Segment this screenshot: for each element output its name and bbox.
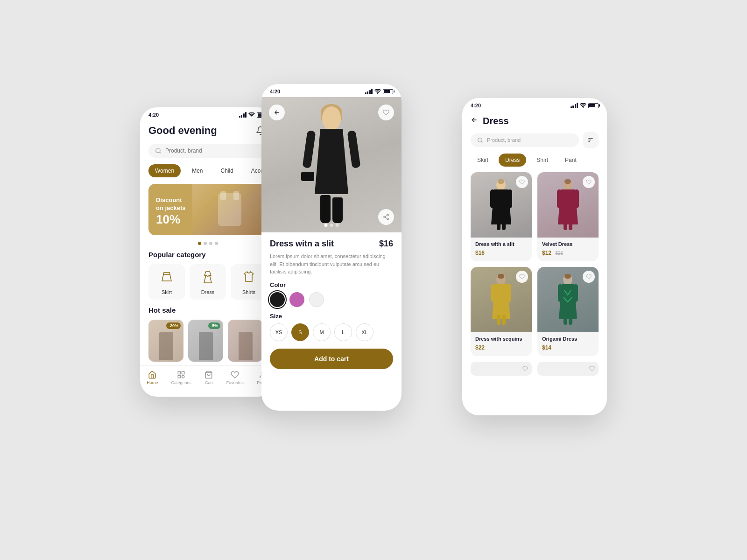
sub-tab-dress[interactable]: Dress: [499, 154, 526, 167]
phone-left: 4:20 Good evening: [140, 107, 275, 397]
status-time-right: 4:20: [471, 103, 481, 108]
product-card-3[interactable]: Dress with sequins $22: [471, 267, 532, 356]
nav-cart[interactable]: Cart: [204, 371, 213, 385]
heart-btn-1[interactable]: [516, 176, 528, 188]
right-header: Dress: [462, 111, 607, 132]
banner-percent: 10%: [156, 212, 186, 227]
product-header: Dress witn a slit $16: [270, 239, 393, 249]
size-xs[interactable]: XS: [270, 323, 288, 341]
favorites-icon: [231, 371, 239, 379]
model-arm-left: [303, 130, 316, 168]
cat-tab-men[interactable]: Men: [185, 164, 209, 177]
nav-favorites[interactable]: Favorites: [226, 371, 244, 385]
filter-button[interactable]: [583, 132, 599, 148]
cat-card-dress[interactable]: Dress: [190, 264, 226, 300]
cat-tab-women[interactable]: Women: [148, 164, 181, 177]
search-bar-right[interactable]: Product, brand: [471, 133, 579, 147]
heart-btn-3[interactable]: [516, 271, 528, 283]
product-details: Dress witn a slit $16 Lorem ipsum dolor …: [261, 232, 402, 376]
wifi-icon-left: [248, 112, 255, 117]
svg-rect-42: [564, 315, 567, 325]
back-button-right[interactable]: [471, 116, 478, 126]
share-button[interactable]: [378, 209, 394, 225]
product-card-info-3: Dress with sequins $22: [471, 332, 532, 356]
product-image-dots: [324, 224, 339, 227]
sub-tab-pant[interactable]: Pant: [558, 154, 583, 167]
product-card-1[interactable]: Dress with a slit $16: [471, 172, 532, 261]
size-l[interactable]: L: [334, 323, 352, 341]
svg-rect-30: [564, 220, 567, 230]
svg-point-0: [156, 148, 160, 153]
nav-favorites-label: Favorites: [226, 380, 244, 385]
svg-rect-36: [497, 315, 500, 325]
phone-right: 4:20 Dress Product, b: [462, 98, 607, 415]
cart-icon: [204, 371, 213, 379]
hot-item-3[interactable]: [228, 320, 263, 362]
svg-rect-27: [564, 179, 571, 184]
phone-center: 4:20: [261, 84, 402, 411]
svg-line-15: [385, 216, 387, 217]
size-xl[interactable]: XL: [356, 323, 374, 341]
add-to-cart-button[interactable]: Add to cart: [270, 349, 393, 369]
nav-home[interactable]: Home: [147, 371, 158, 385]
card-2-price: $12: [542, 250, 551, 256]
color-swatch-black[interactable]: [270, 292, 285, 307]
cat-card-skirt[interactable]: Skirt: [148, 264, 185, 300]
svg-point-13: [387, 218, 389, 220]
svg-rect-22: [490, 189, 495, 208]
svg-rect-40: [558, 284, 563, 302]
banner-image: [192, 184, 267, 235]
cat-tab-child[interactable]: Child: [214, 164, 240, 177]
product-card-4[interactable]: Origami Dress $14: [537, 267, 599, 356]
svg-rect-2: [220, 191, 226, 200]
nav-categories-label: Categories: [171, 380, 192, 385]
partial-row: [462, 356, 607, 379]
product-model-figure: [301, 106, 362, 223]
search-input-left[interactable]: [165, 147, 261, 154]
nav-categories[interactable]: Categories: [171, 371, 192, 385]
search-bar-left[interactable]: [148, 144, 267, 158]
battery-icon-center: [383, 89, 393, 94]
svg-rect-28: [557, 189, 562, 208]
back-button-center[interactable]: [269, 105, 285, 120]
svg-rect-23: [507, 189, 512, 208]
product-card-2[interactable]: Velvet Dress $12 $25: [537, 172, 599, 261]
svg-point-16: [478, 138, 482, 142]
banner-text: Discount on jackets 10%: [156, 196, 186, 227]
card-4-name: Origami Dress: [542, 336, 594, 342]
filter-icon: [587, 137, 594, 143]
size-s[interactable]: S: [291, 323, 309, 341]
product-card-info-4: Origami Dress $14: [537, 332, 599, 356]
card-2-old-price: $25: [555, 251, 563, 256]
dress-icon: [201, 271, 214, 287]
search-placeholder-right: Product, brand: [487, 137, 521, 143]
svg-rect-31: [569, 220, 572, 230]
heart-btn-2[interactable]: [583, 176, 595, 188]
favorite-button-center[interactable]: [378, 105, 394, 120]
popular-category-title: Popular category: [148, 251, 267, 259]
greeting-text: Good evening: [148, 125, 217, 137]
categories-icon: [177, 371, 185, 379]
signal-icon-center: [365, 89, 373, 94]
size-m[interactable]: M: [313, 323, 331, 341]
color-swatch-pink[interactable]: [289, 292, 304, 307]
hot-item-1[interactable]: -20%: [148, 320, 183, 362]
color-swatch-white[interactable]: [309, 292, 324, 307]
category-tabs: Women Men Child Accessories: [148, 164, 267, 177]
sub-tab-skirt[interactable]: Skirt: [471, 154, 495, 167]
product-name: Dress witn a slit: [270, 239, 334, 249]
banner: Discount on jackets 10%: [148, 184, 267, 235]
svg-rect-29: [574, 189, 579, 208]
svg-rect-34: [491, 284, 496, 302]
banner-title: Discount on jackets: [156, 196, 186, 212]
svg-rect-39: [564, 274, 571, 279]
product-image: [261, 97, 402, 232]
model-dress: [313, 129, 350, 194]
left-content: Good evening Women Men Child Accessories: [140, 124, 275, 362]
product-card-info-1: Dress with a slit $16: [471, 238, 532, 261]
heart-btn-4[interactable]: [583, 271, 595, 283]
color-options: [270, 292, 393, 307]
status-icons-right: [571, 103, 599, 108]
sub-tab-shirt[interactable]: Shirt: [530, 154, 555, 167]
hot-item-2[interactable]: -5%: [188, 320, 223, 362]
